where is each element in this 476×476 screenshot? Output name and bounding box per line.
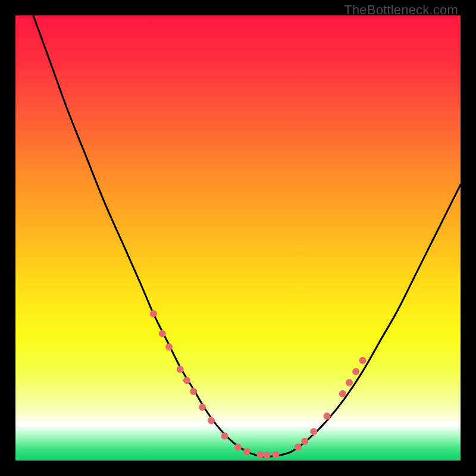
bead-marker [234, 444, 242, 451]
bead-marker [359, 357, 366, 364]
bead-marker [177, 366, 184, 373]
bead-marker [324, 412, 331, 419]
bead-marker [199, 403, 206, 411]
bead-marker [256, 451, 264, 458]
bead-marker [208, 417, 215, 424]
bead-marker [339, 390, 346, 397]
chart-frame [15, 15, 461, 461]
bead-marker [310, 428, 317, 435]
bead-marker [264, 452, 271, 459]
bead-marker [301, 438, 308, 445]
gradient-background [15, 15, 461, 461]
bead-marker [295, 444, 302, 451]
bead-marker [150, 310, 157, 317]
bead-marker [190, 388, 197, 395]
bead-marker [159, 330, 166, 337]
bead-marker [346, 379, 353, 386]
watermark-text: TheBottleneck.com [344, 2, 458, 18]
bead-marker [183, 377, 190, 384]
bead-marker [243, 448, 250, 455]
bead-marker [221, 433, 228, 440]
bead-marker [165, 343, 173, 350]
bead-marker [352, 368, 359, 375]
bead-marker [273, 451, 280, 458]
bottleneck-chart [15, 15, 461, 461]
